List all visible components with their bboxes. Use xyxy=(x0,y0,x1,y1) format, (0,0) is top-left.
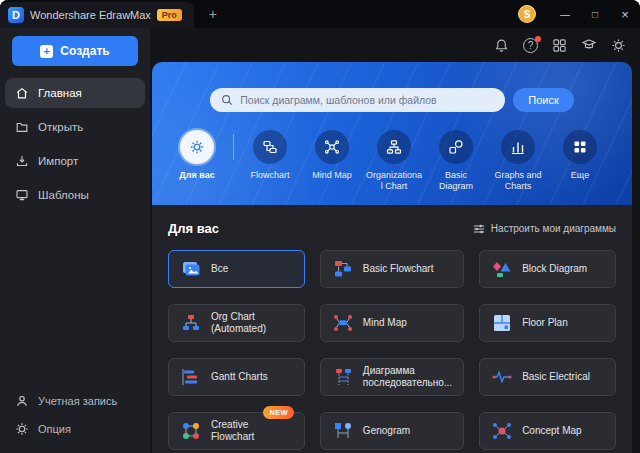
creative-flowchart-icon xyxy=(180,420,202,442)
folder-open-icon xyxy=(15,120,29,134)
card-label: Block Diagram xyxy=(522,263,587,275)
mind-map-icon xyxy=(315,130,349,164)
account-icon xyxy=(15,394,29,408)
basic-diagram-icon xyxy=(439,130,473,164)
floor-plan-icon xyxy=(491,312,513,334)
search-row: Поиск xyxy=(152,88,632,112)
section-header: Для вас Настроить мои диаграммы xyxy=(168,205,616,236)
category-separator xyxy=(233,134,234,160)
mind-map-card-icon xyxy=(332,312,354,334)
gear-icon xyxy=(15,422,29,436)
home-icon xyxy=(15,86,29,100)
pro-badge: Pro xyxy=(157,9,182,21)
template-card-basic-flowchart[interactable]: Basic Flowchart xyxy=(320,250,464,288)
template-card-basic-electrical[interactable]: Basic Electrical xyxy=(479,358,616,396)
template-card-concept-map[interactable]: Concept Map xyxy=(479,412,616,450)
sidebar-item-label: Учетная запись xyxy=(38,395,117,407)
category-for-you[interactable]: Для вас xyxy=(166,130,228,181)
close-button[interactable]: × xyxy=(610,0,640,28)
card-label: Все xyxy=(211,263,228,275)
template-card-sequence-diagram[interactable]: Диаграмма последовательно... xyxy=(320,358,464,396)
notification-dot xyxy=(535,36,541,42)
avatar[interactable]: S xyxy=(518,5,536,23)
sidebar-item-label: Импорт xyxy=(38,155,78,167)
maximize-button[interactable]: □ xyxy=(580,0,610,28)
template-card-gantt-charts[interactable]: Gantt Charts xyxy=(168,358,305,396)
template-card-mind-map[interactable]: Mind Map xyxy=(320,304,464,342)
minimize-button[interactable]: — xyxy=(550,0,580,28)
sidebar-item-templates[interactable]: Шаблоны xyxy=(5,180,145,210)
card-label: Basic Electrical xyxy=(522,371,590,383)
template-card-org-chart[interactable]: Org Chart (Automated) xyxy=(168,304,305,342)
app-window: D Wondershare EdrawMax Pro + S — □ × + С… xyxy=(0,0,640,453)
main-area: ? xyxy=(150,28,640,453)
template-card-block-diagram[interactable]: Block Diagram xyxy=(479,250,616,288)
avatar-initial: S xyxy=(524,9,531,20)
card-label: Concept Map xyxy=(522,425,581,437)
help-icon[interactable]: ? xyxy=(523,38,538,53)
promotion-icon[interactable] xyxy=(581,37,597,53)
category-row: Для вас Flowchart xyxy=(152,130,632,191)
templates-icon xyxy=(15,188,29,202)
app-logo-icon: D xyxy=(8,7,24,23)
basic-electrical-icon xyxy=(491,366,513,388)
category-label: Organizational Chart xyxy=(365,170,423,191)
customize-templates-button[interactable]: Настроить мои диаграммы xyxy=(473,223,616,235)
block-diagram-icon xyxy=(491,258,513,280)
notification-bell-icon[interactable] xyxy=(494,38,509,53)
sidebar-spacer xyxy=(0,212,150,387)
section-title: Для вас xyxy=(168,221,219,236)
new-tab-button[interactable]: + xyxy=(202,6,224,22)
template-card-creative-flowchart[interactable]: NEW Creative Flowchart xyxy=(168,412,305,450)
category-basic-diagram[interactable]: Basic Diagram xyxy=(425,130,487,191)
template-card-floor-plan[interactable]: Floor Plan xyxy=(479,304,616,342)
card-label: Floor Plan xyxy=(522,317,568,329)
more-grid-icon xyxy=(563,130,597,164)
template-card-all[interactable]: Все xyxy=(168,250,305,288)
new-badge: NEW xyxy=(263,406,293,419)
card-label: Gantt Charts xyxy=(211,371,268,383)
genogram-icon xyxy=(332,420,354,442)
category-org-chart[interactable]: Organizational Chart xyxy=(363,130,425,191)
app-body: + Создать Главная Открыть Импорт xyxy=(0,28,640,453)
card-label: Creative Flowchart xyxy=(211,419,293,443)
settings-gear-icon[interactable] xyxy=(611,38,626,53)
search-icon xyxy=(221,94,233,106)
template-card-genogram[interactable]: Genogram xyxy=(320,412,464,450)
app-title: Wondershare EdrawMax xyxy=(30,9,151,21)
category-label: Graphs and Charts xyxy=(489,170,547,191)
sidebar-item-account[interactable]: Учетная запись xyxy=(5,388,145,414)
search-button[interactable]: Поиск xyxy=(513,88,573,112)
for-you-icon xyxy=(180,130,214,164)
category-mind-map[interactable]: Mind Map xyxy=(301,130,363,181)
sidebar-item-label: Главная xyxy=(38,87,82,99)
category-graphs-charts[interactable]: Graphs and Charts xyxy=(487,130,549,191)
card-label: Диаграмма последовательно... xyxy=(363,365,452,389)
category-more[interactable]: Еще xyxy=(549,130,611,181)
create-button-label: Создать xyxy=(60,44,109,58)
card-label: Org Chart (Automated) xyxy=(211,311,293,335)
category-label: Для вас xyxy=(179,170,214,181)
template-grid: Все Basic Flowchart Bloc xyxy=(168,250,616,450)
create-button[interactable]: + Создать xyxy=(12,36,138,66)
category-label: Basic Diagram xyxy=(427,170,485,191)
titlebar-right: S — □ × xyxy=(518,0,640,28)
sidebar-item-open[interactable]: Открыть xyxy=(5,112,145,142)
sidebar: + Создать Главная Открыть Импорт xyxy=(0,28,150,453)
card-label: Genogram xyxy=(363,425,410,437)
plus-icon: + xyxy=(40,45,53,58)
sliders-icon xyxy=(473,223,485,235)
search-bar[interactable] xyxy=(210,88,505,112)
sidebar-item-import[interactable]: Импорт xyxy=(5,146,145,176)
main-panel: Поиск Для вас xyxy=(152,62,632,453)
apps-grid-icon[interactable] xyxy=(552,38,567,53)
sidebar-item-options[interactable]: Опция xyxy=(5,416,145,442)
sidebar-item-label: Открыть xyxy=(38,121,83,133)
search-banner: Поиск Для вас xyxy=(152,62,632,205)
sequence-diagram-icon xyxy=(332,366,354,388)
category-flowchart[interactable]: Flowchart xyxy=(239,130,301,181)
search-input[interactable] xyxy=(240,94,494,106)
app-tab[interactable]: D Wondershare EdrawMax Pro xyxy=(0,2,194,28)
sidebar-item-label: Шаблоны xyxy=(38,189,89,201)
sidebar-item-home[interactable]: Главная xyxy=(5,78,145,108)
